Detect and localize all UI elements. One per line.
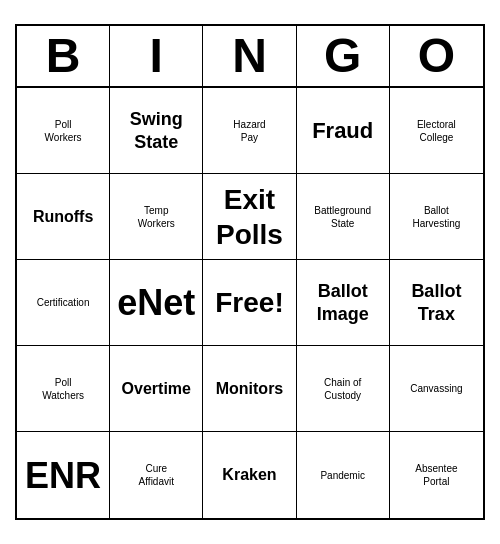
cell-text-2: Hazard Pay xyxy=(233,118,265,144)
cell-text-3: Fraud xyxy=(312,117,373,145)
bingo-grid: Poll WorkersSwing StateHazard PayFraudEl… xyxy=(17,88,483,518)
bingo-cell-3: Fraud xyxy=(297,88,390,174)
cell-text-15: Poll Watchers xyxy=(42,376,84,402)
bingo-cell-17: Monitors xyxy=(203,346,296,432)
cell-text-8: Battleground State xyxy=(314,204,371,230)
bingo-header: BINGO xyxy=(17,26,483,89)
cell-text-14: Ballot Trax xyxy=(411,280,461,325)
bingo-cell-10: Certification xyxy=(17,260,110,346)
cell-text-9: Ballot Harvesting xyxy=(412,204,460,230)
cell-text-11: eNet xyxy=(117,280,195,325)
cell-text-13: Ballot Image xyxy=(317,280,369,325)
bingo-letter-I: I xyxy=(110,26,203,87)
cell-text-20: ENR xyxy=(25,453,101,498)
bingo-cell-9: Ballot Harvesting xyxy=(390,174,483,260)
bingo-cell-4: Electoral College xyxy=(390,88,483,174)
bingo-letter-O: O xyxy=(390,26,483,87)
cell-text-6: Temp Workers xyxy=(138,204,175,230)
bingo-cell-24: Absentee Portal xyxy=(390,432,483,518)
bingo-cell-11: eNet xyxy=(110,260,203,346)
bingo-letter-N: N xyxy=(203,26,296,87)
cell-text-5: Runoffs xyxy=(33,207,93,227)
bingo-cell-15: Poll Watchers xyxy=(17,346,110,432)
cell-text-23: Pandemic xyxy=(320,469,364,482)
bingo-cell-8: Battleground State xyxy=(297,174,390,260)
bingo-cell-7: Exit Polls xyxy=(203,174,296,260)
bingo-cell-22: Kraken xyxy=(203,432,296,518)
cell-text-18: Chain of Custody xyxy=(324,376,361,402)
cell-text-24: Absentee Portal xyxy=(415,462,457,488)
cell-text-22: Kraken xyxy=(222,465,276,485)
bingo-letter-G: G xyxy=(297,26,390,87)
bingo-cell-2: Hazard Pay xyxy=(203,88,296,174)
bingo-cell-6: Temp Workers xyxy=(110,174,203,260)
cell-text-12: Free! xyxy=(215,285,283,320)
bingo-cell-14: Ballot Trax xyxy=(390,260,483,346)
bingo-cell-21: Cure Affidavit xyxy=(110,432,203,518)
bingo-cell-5: Runoffs xyxy=(17,174,110,260)
bingo-cell-19: Canvassing xyxy=(390,346,483,432)
cell-text-16: Overtime xyxy=(122,379,191,399)
bingo-cell-20: ENR xyxy=(17,432,110,518)
cell-text-4: Electoral College xyxy=(417,118,456,144)
bingo-cell-18: Chain of Custody xyxy=(297,346,390,432)
cell-text-1: Swing State xyxy=(130,108,183,153)
bingo-cell-16: Overtime xyxy=(110,346,203,432)
bingo-cell-12: Free! xyxy=(203,260,296,346)
cell-text-10: Certification xyxy=(37,296,90,309)
cell-text-17: Monitors xyxy=(216,379,284,399)
cell-text-19: Canvassing xyxy=(410,382,462,395)
cell-text-21: Cure Affidavit xyxy=(139,462,174,488)
bingo-card: BINGO Poll WorkersSwing StateHazard PayF… xyxy=(15,24,485,521)
bingo-cell-23: Pandemic xyxy=(297,432,390,518)
bingo-cell-1: Swing State xyxy=(110,88,203,174)
bingo-letter-B: B xyxy=(17,26,110,87)
bingo-cell-13: Ballot Image xyxy=(297,260,390,346)
cell-text-0: Poll Workers xyxy=(45,118,82,144)
bingo-cell-0: Poll Workers xyxy=(17,88,110,174)
cell-text-7: Exit Polls xyxy=(216,182,283,252)
